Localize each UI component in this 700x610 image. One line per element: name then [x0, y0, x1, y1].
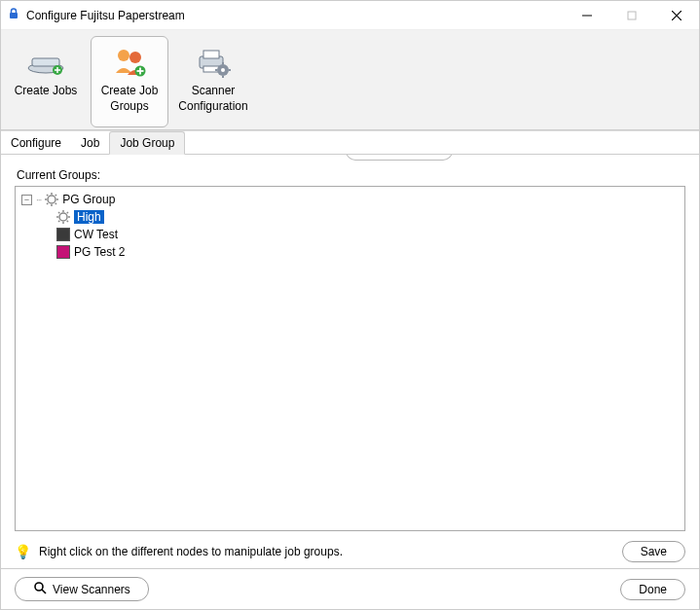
color-swatch: [56, 228, 70, 241]
view-scanners-label: View Scanners: [53, 583, 130, 596]
tree-item[interactable]: PG Test 2: [21, 243, 679, 261]
partial-top-button[interactable]: [346, 155, 453, 161]
maximize-button[interactable]: [609, 1, 654, 30]
svg-line-29: [47, 195, 48, 196]
save-button[interactable]: Save: [622, 541, 685, 562]
svg-point-10: [118, 50, 129, 61]
svg-point-19: [221, 68, 225, 72]
current-groups-label: Current Groups:: [17, 168, 685, 182]
tab-job-group[interactable]: Job Group: [109, 131, 185, 155]
close-button[interactable]: [654, 1, 699, 30]
gear-icon: [45, 193, 58, 206]
svg-line-41: [58, 221, 59, 222]
create-jobs-button[interactable]: Create Jobs: [7, 36, 85, 120]
tab-configure[interactable]: Configure: [1, 132, 71, 154]
printer-gear-icon: [194, 43, 233, 82]
svg-rect-0: [10, 13, 18, 18]
svg-line-39: [67, 221, 68, 222]
tree-root-row[interactable]: − ··· PG Group: [21, 191, 679, 208]
lightbulb-icon: 💡: [15, 544, 31, 559]
footer-bar: View Scanners Done: [1, 568, 699, 609]
title-bar: Configure Fujitsu Paperstream: [1, 1, 699, 30]
tree-item-label: PG Test 2: [74, 245, 125, 259]
create-job-groups-button[interactable]: Create Job Groups: [91, 36, 168, 127]
scanner-add-icon: [24, 43, 67, 82]
svg-line-38: [58, 212, 59, 213]
svg-point-11: [129, 52, 141, 63]
gear-icon: [56, 210, 70, 224]
tree-item-label: CW Test: [74, 228, 118, 241]
tree-item-label: High: [74, 210, 104, 224]
view-scanners-button[interactable]: View Scanners: [15, 577, 149, 601]
lock-icon: [7, 7, 20, 23]
scanner-config-label-2: Configuration: [178, 99, 247, 113]
svg-line-40: [67, 212, 68, 213]
tree-connector: ···: [36, 195, 41, 205]
ribbon: Create Jobs Create Job Groups: [1, 30, 699, 130]
svg-line-31: [55, 195, 56, 196]
svg-line-30: [55, 203, 56, 204]
svg-rect-6: [32, 58, 59, 66]
hint-text: Right click on the different nodes to ma…: [39, 545, 343, 558]
svg-point-24: [48, 196, 55, 203]
svg-rect-16: [203, 51, 219, 58]
minimize-button[interactable]: [565, 1, 609, 30]
create-job-groups-label-1: Create Job: [101, 84, 159, 97]
scanner-configuration-button[interactable]: Scanner Configuration: [174, 36, 252, 127]
done-button[interactable]: Done: [620, 579, 685, 600]
svg-line-43: [42, 590, 46, 593]
svg-point-42: [35, 583, 43, 591]
collapse-icon[interactable]: −: [21, 195, 32, 205]
svg-rect-2: [628, 12, 636, 19]
svg-line-32: [47, 203, 48, 204]
color-swatch: [56, 245, 70, 259]
job-group-panel: Current Groups: − ··· PG Group: [1, 155, 699, 568]
tab-job[interactable]: Job: [71, 132, 109, 154]
tree-item[interactable]: High: [21, 208, 679, 226]
window-title: Configure Fujitsu Paperstream: [26, 9, 185, 22]
tab-strip: Configure Job Job Group: [1, 130, 699, 155]
people-add-icon: [110, 43, 149, 82]
groups-tree[interactable]: − ··· PG Group: [15, 186, 685, 531]
scanner-config-label-1: Scanner: [192, 84, 236, 97]
create-job-groups-label-2: Groups: [110, 99, 148, 113]
tree-item[interactable]: CW Test: [21, 226, 679, 243]
tree-root-label: PG Group: [62, 193, 115, 206]
svg-point-33: [59, 213, 67, 221]
magnifier-icon: [33, 581, 47, 597]
create-jobs-label: Create Jobs: [15, 84, 78, 97]
